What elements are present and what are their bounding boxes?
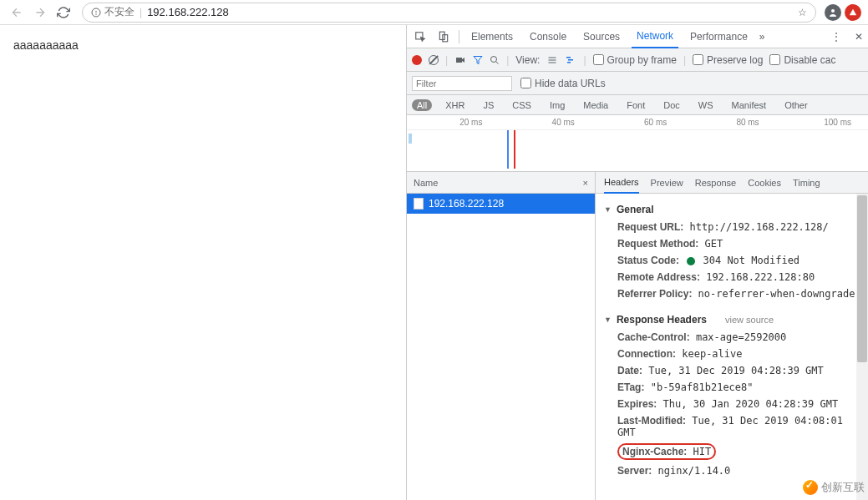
- device-toggle-icon[interactable]: [435, 28, 452, 45]
- security-indicator: 不安全: [91, 5, 135, 19]
- timeline-domcontent-line: [507, 130, 509, 169]
- name-column-header[interactable]: Name: [414, 178, 438, 188]
- reload-button[interactable]: [53, 3, 74, 23]
- extension-badge-icon[interactable]: [845, 4, 861, 21]
- detail-tab-response[interactable]: Response: [695, 172, 737, 194]
- tab-performance[interactable]: Performance: [685, 25, 753, 48]
- type-xhr[interactable]: XHR: [440, 99, 470, 111]
- request-list: Name × 192.168.222.128: [407, 172, 596, 500]
- type-all[interactable]: All: [412, 99, 432, 111]
- general-section-header[interactable]: ▼ General: [596, 200, 868, 219]
- close-detail-icon[interactable]: ×: [583, 178, 588, 188]
- referrer-policy-row: Referrer Policy: no-referrer-when-downgr…: [596, 285, 868, 302]
- type-js[interactable]: JS: [478, 99, 499, 111]
- group-by-frame-checkbox[interactable]: Group by frame: [593, 54, 677, 66]
- svg-rect-13: [566, 57, 571, 58]
- timeline-40ms: 40 ms: [499, 115, 591, 129]
- scrollbar[interactable]: [856, 194, 868, 500]
- triangle-down-icon: ▼: [604, 316, 612, 324]
- detail-tab-cookies[interactable]: Cookies: [748, 172, 781, 194]
- tab-network[interactable]: Network: [632, 25, 678, 48]
- view-label: View:: [515, 54, 540, 66]
- devtools-menu-icon[interactable]: ⋮: [831, 31, 841, 43]
- url-text: 192.168.222.128: [147, 6, 229, 18]
- clear-button[interactable]: [429, 55, 439, 65]
- toolbar-sep3: |: [583, 54, 586, 66]
- detail-body: ▼ General Request URL: http://192.168.22…: [596, 194, 868, 500]
- svg-rect-7: [456, 58, 462, 63]
- etag-row: ETag: "b-59af81b21ece8": [596, 379, 868, 396]
- network-timeline[interactable]: 20 ms 40 ms 60 ms 80 ms 100 ms: [407, 115, 868, 172]
- svg-line-9: [496, 61, 499, 63]
- connection-row: Connection: keep-alive: [596, 346, 868, 362]
- filter-toggle-icon[interactable]: [473, 55, 483, 65]
- type-other[interactable]: Other: [779, 99, 813, 111]
- devtools-panel: Elements Console Sources Network Perform…: [406, 25, 868, 500]
- svg-point-8: [491, 56, 497, 62]
- profile-icon[interactable]: [825, 4, 841, 21]
- hide-data-urls-checkbox[interactable]: Hide data URLs: [520, 78, 606, 89]
- large-rows-icon[interactable]: [546, 55, 558, 65]
- devtools-tabs: Elements Console Sources Network Perform…: [407, 25, 868, 48]
- request-method-row: Request Method: GET: [596, 235, 868, 252]
- search-icon[interactable]: [490, 55, 500, 65]
- timeline-load-line: [514, 130, 515, 169]
- detail-tab-preview[interactable]: Preview: [651, 172, 683, 194]
- devtools-close-icon[interactable]: ✕: [855, 31, 863, 43]
- camera-icon[interactable]: [454, 55, 466, 65]
- browser-toolbar: 不安全 | 192.168.222.128 ☆: [0, 0, 868, 25]
- svg-point-3: [831, 9, 835, 13]
- server-row: Server: nginx/1.14.0: [596, 462, 868, 479]
- response-headers-section-header[interactable]: ▼ Response Headers view source: [596, 311, 868, 329]
- type-font[interactable]: Font: [622, 99, 650, 111]
- request-row[interactable]: 192.168.222.128: [407, 194, 595, 214]
- page-content: aaaaaaaaaa: [0, 25, 406, 500]
- toolbar-sep4: |: [683, 54, 686, 66]
- more-tabs-icon[interactable]: »: [759, 31, 765, 43]
- detail-tab-headers[interactable]: Headers: [604, 172, 639, 194]
- timeline-60ms: 60 ms: [591, 115, 683, 129]
- watermark-logo-icon: [803, 480, 818, 495]
- tab-console[interactable]: Console: [525, 25, 571, 48]
- url-bar[interactable]: 不安全 | 192.168.222.128 ☆: [82, 3, 816, 23]
- type-media[interactable]: Media: [578, 99, 613, 111]
- detail-tab-timing[interactable]: Timing: [793, 172, 820, 194]
- timeline-20ms: 20 ms: [407, 115, 499, 129]
- svg-point-2: [96, 13, 97, 14]
- record-button[interactable]: [412, 55, 422, 65]
- tab-separator: [459, 30, 459, 43]
- tab-sources[interactable]: Sources: [578, 25, 625, 48]
- bookmark-icon[interactable]: ☆: [798, 7, 807, 18]
- status-dot-icon: [687, 257, 695, 265]
- inspect-icon[interactable]: [412, 28, 429, 45]
- type-ws[interactable]: WS: [693, 99, 718, 111]
- forward-button[interactable]: [30, 3, 50, 23]
- waterfall-icon[interactable]: [565, 55, 576, 65]
- detail-tabs: Headers Preview Response Cookies Timing: [596, 172, 868, 194]
- type-img[interactable]: Img: [545, 99, 570, 111]
- type-css[interactable]: CSS: [507, 99, 536, 111]
- date-row: Date: Tue, 31 Dec 2019 04:28:39 GMT: [596, 362, 868, 379]
- disable-cache-checkbox[interactable]: Disable cac: [769, 54, 835, 66]
- type-manifest[interactable]: Manifest: [727, 99, 772, 111]
- remote-address-row: Remote Address: 192.168.222.128:80: [596, 269, 868, 285]
- expires-row: Expires: Thu, 30 Jan 2020 04:28:39 GMT: [596, 396, 868, 412]
- timeline-80ms: 80 ms: [683, 115, 775, 129]
- preserve-log-checkbox[interactable]: Preserve log: [693, 54, 763, 66]
- type-doc[interactable]: Doc: [658, 99, 685, 111]
- type-filter-row: All XHR JS CSS Img Media Font Doc WS Man…: [407, 95, 868, 115]
- request-url-row: Request URL: http://192.168.222.128/: [596, 219, 868, 235]
- cache-control-row: Cache-Control: max-age=2592000: [596, 329, 868, 346]
- security-label: 不安全: [104, 5, 135, 19]
- tab-elements[interactable]: Elements: [466, 25, 518, 48]
- view-source-link[interactable]: view source: [725, 315, 774, 325]
- back-button[interactable]: [7, 3, 27, 23]
- page-body-text: aaaaaaaaaa: [13, 38, 79, 52]
- svg-rect-15: [567, 62, 571, 63]
- document-icon: [414, 198, 424, 210]
- nginx-cache-row: Nginx-Cache: HIT: [596, 441, 868, 462]
- svg-rect-14: [568, 59, 573, 61]
- timeline-request-bar: [409, 134, 412, 144]
- filter-input[interactable]: [412, 76, 512, 91]
- toolbar-sep1: |: [445, 54, 448, 66]
